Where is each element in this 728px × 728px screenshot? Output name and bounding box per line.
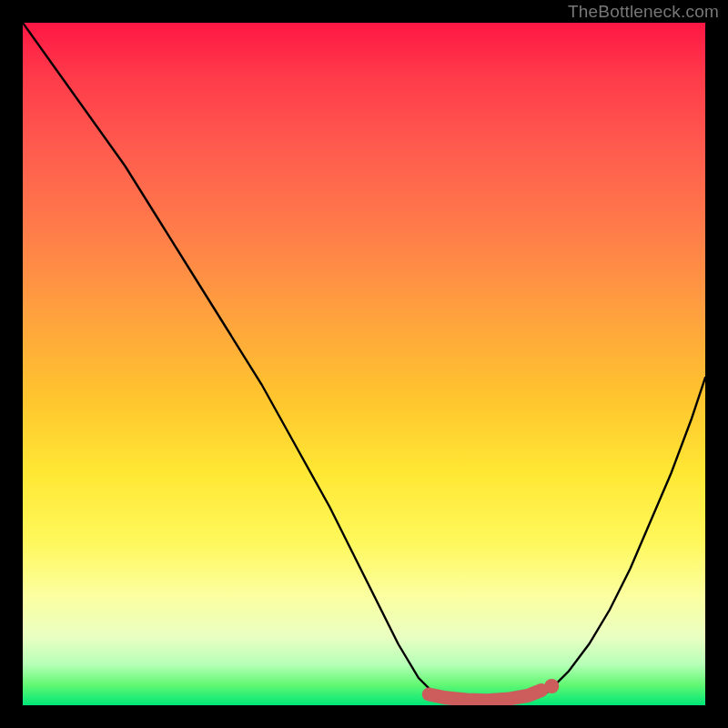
bottleneck-curve: [23, 23, 705, 703]
watermark-text: TheBottleneck.com: [568, 2, 719, 22]
highlight-band: [429, 691, 541, 701]
chart-svg: [23, 23, 705, 705]
highlight-marker: [544, 679, 559, 693]
plot-area: [23, 23, 705, 705]
chart-frame: TheBottleneck.com: [0, 0, 728, 728]
